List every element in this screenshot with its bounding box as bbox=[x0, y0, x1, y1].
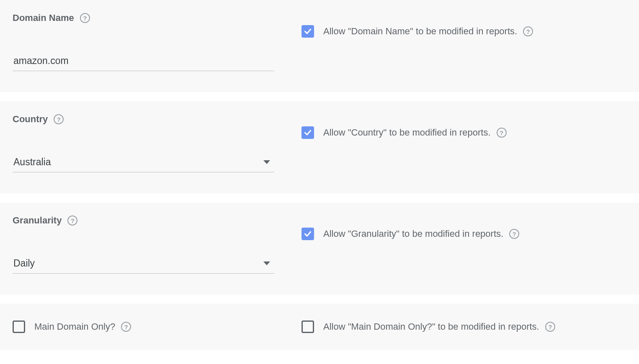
country-select-value: Australia bbox=[13, 156, 51, 168]
check-icon bbox=[304, 128, 312, 137]
allow-domain-name-checkbox[interactable] bbox=[301, 25, 314, 38]
check-icon bbox=[304, 230, 312, 238]
help-icon[interactable]: ? bbox=[121, 322, 131, 332]
chevron-down-icon bbox=[263, 160, 270, 164]
allow-main-domain-only-label: Allow "Main Domain Only?" to be modified… bbox=[323, 321, 539, 332]
help-icon[interactable]: ? bbox=[54, 114, 64, 124]
domain-name-section: Domain Name ? Allow "Domain Name" to be … bbox=[0, 0, 639, 92]
help-icon[interactable]: ? bbox=[523, 26, 533, 36]
help-icon[interactable]: ? bbox=[80, 13, 90, 23]
help-icon[interactable]: ? bbox=[545, 322, 555, 332]
granularity-section: Granularity ? Daily Allow "Granularity" … bbox=[0, 203, 639, 295]
main-domain-only-checkbox[interactable] bbox=[13, 320, 25, 333]
country-label: Country bbox=[13, 114, 48, 125]
allow-country-checkbox[interactable] bbox=[301, 126, 314, 139]
allow-domain-name-label: Allow "Domain Name" to be modified in re… bbox=[323, 26, 517, 37]
allow-granularity-label: Allow "Granularity" to be modified in re… bbox=[323, 228, 503, 239]
help-icon[interactable]: ? bbox=[509, 229, 519, 239]
domain-name-input[interactable] bbox=[13, 53, 274, 71]
allow-country-label: Allow "Country" to be modified in report… bbox=[323, 127, 491, 138]
allow-granularity-checkbox[interactable] bbox=[301, 228, 314, 240]
granularity-select[interactable]: Daily bbox=[13, 255, 274, 274]
domain-name-label: Domain Name bbox=[13, 13, 74, 23]
country-select[interactable]: Australia bbox=[13, 154, 274, 172]
chevron-down-icon bbox=[263, 261, 270, 265]
allow-main-domain-only-checkbox[interactable] bbox=[301, 320, 314, 333]
country-section: Country ? Australia Allow "Country" to b… bbox=[0, 101, 639, 193]
help-icon[interactable]: ? bbox=[67, 215, 77, 226]
main-domain-only-label: Main Domain Only? bbox=[34, 321, 115, 332]
help-icon[interactable]: ? bbox=[497, 128, 507, 138]
check-icon bbox=[304, 27, 312, 36]
main-domain-only-section: Main Domain Only? ? Allow "Main Domain O… bbox=[0, 304, 639, 350]
granularity-label: Granularity bbox=[13, 215, 62, 226]
granularity-select-value: Daily bbox=[13, 258, 35, 269]
